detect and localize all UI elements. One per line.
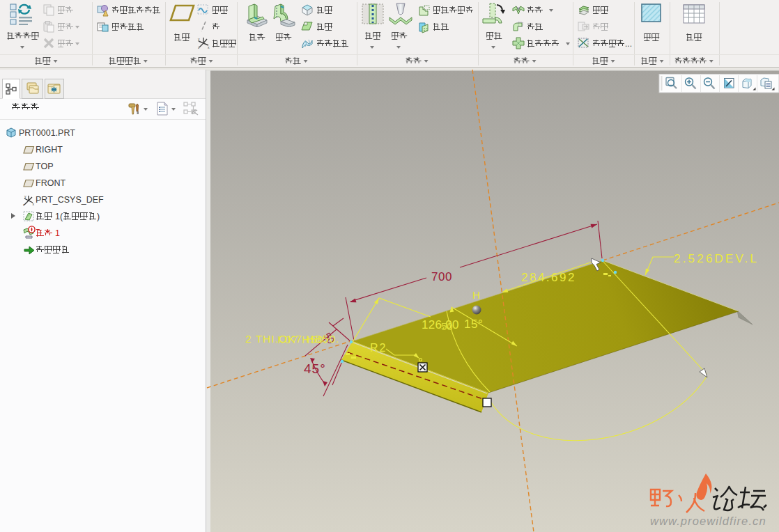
svg-text:284.692: 284.692 bbox=[521, 271, 576, 284]
svg-text:15°: 15° bbox=[464, 318, 483, 331]
svg-text:H: H bbox=[472, 289, 480, 301]
svg-text:x: x bbox=[208, 45, 210, 49]
svg-text:126.00: 126.00 bbox=[422, 318, 459, 331]
svg-text:50: 50 bbox=[441, 320, 453, 332]
svg-text:x: x bbox=[33, 202, 35, 206]
svg-text:I.07 H50.: I.07 H50. bbox=[277, 334, 327, 345]
svg-text:www.proewildfire.cn: www.proewildfire.cn bbox=[650, 515, 766, 527]
svg-text:45°: 45° bbox=[304, 361, 326, 376]
svg-text:R2: R2 bbox=[370, 342, 387, 354]
svg-text:2.526DEV.L: 2.526DEV.L bbox=[674, 252, 759, 265]
svg-text:y: y bbox=[24, 194, 26, 198]
svg-text:700: 700 bbox=[431, 270, 452, 283]
svg-text:y: y bbox=[198, 37, 200, 41]
